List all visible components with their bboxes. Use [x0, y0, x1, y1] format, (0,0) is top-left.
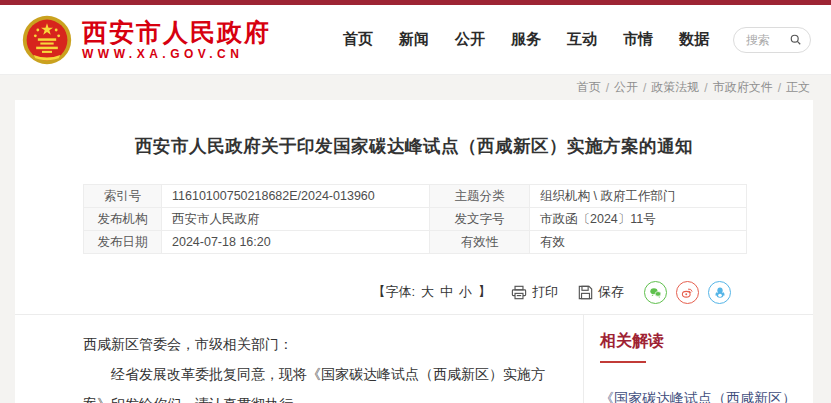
- body-paragraph: 经省发展改革委批复同意，现将《国家碳达峰试点（西咸新区）实施方案》印发给你们，请…: [83, 359, 561, 403]
- search-box[interactable]: [733, 27, 811, 53]
- print-label: 打印: [532, 283, 558, 301]
- printer-icon: [511, 285, 527, 300]
- document-meta-table: 索引号 11610100750218682E/2024-013960 主题分类 …: [83, 184, 747, 254]
- nav-item-interact[interactable]: 互动: [567, 30, 597, 49]
- share-buttons: [644, 281, 731, 304]
- meta-label-index-no: 索引号: [84, 185, 162, 208]
- nav-item-city[interactable]: 市情: [623, 30, 653, 49]
- nav-item-data[interactable]: 数据: [679, 30, 709, 49]
- breadcrumb-separator: /: [643, 81, 646, 95]
- breadcrumb-current: 正文: [786, 79, 810, 96]
- breadcrumb-home[interactable]: 首页: [577, 79, 601, 96]
- related-panel-underline: [600, 361, 646, 363]
- table-row: 发布日期 2024-07-18 16:20 有效性 有效: [84, 231, 747, 254]
- save-label: 保存: [598, 283, 624, 301]
- breadcrumb-separator: /: [606, 81, 609, 95]
- main-nav: 首页 新闻 公开 服务 互动 市情 数据: [343, 30, 709, 49]
- table-row: 索引号 11610100750218682E/2024-013960 主题分类 …: [84, 185, 747, 208]
- body-salutation: 西咸新区管委会，市级相关部门：: [83, 329, 561, 359]
- share-wechat-button[interactable]: [644, 281, 667, 304]
- site-name: 西安市人民政府: [82, 18, 271, 46]
- related-interpretation-panel: 相关解读 《国家碳达峰试点（西咸新区）实施方案》政策解读: [583, 315, 813, 403]
- font-size-widget: 【字体: 大 中 小 】: [372, 283, 491, 301]
- meta-label-issuer: 发布机构: [84, 208, 162, 231]
- font-size-medium[interactable]: 中: [440, 283, 453, 301]
- table-row: 发布机构 西安市人民政府 发文字号 市政函〔2024〕11号: [84, 208, 747, 231]
- save-button[interactable]: 保存: [578, 283, 624, 301]
- site-logo[interactable]: 西安市人民政府 WWW.XA.GOV.CN: [22, 15, 271, 65]
- meta-label-pub-date: 发布日期: [84, 231, 162, 254]
- breadcrumb: 首页 / 公开 / 政策法规 / 市政府文件 / 正文: [15, 75, 813, 100]
- font-size-small[interactable]: 小: [459, 283, 472, 301]
- nav-item-news[interactable]: 新闻: [399, 30, 429, 49]
- meta-value-doc-number: 市政函〔2024〕11号: [530, 208, 747, 231]
- share-qq-button[interactable]: [708, 281, 731, 304]
- related-panel-title: 相关解读: [600, 331, 803, 352]
- site-url: WWW.XA.GOV.CN: [82, 46, 271, 62]
- wechat-icon: [648, 285, 663, 300]
- font-size-large[interactable]: 大: [421, 283, 434, 301]
- page-title: 西安市人民政府关于印发国家碳达峰试点（西咸新区）实施方案的通知: [15, 134, 813, 158]
- weibo-icon: [680, 285, 695, 300]
- meta-value-issuer: 西安市人民政府: [162, 208, 430, 231]
- meta-value-index-no: 11610100750218682E/2024-013960: [162, 185, 430, 208]
- breadcrumb-separator: /: [704, 81, 707, 95]
- font-size-label-open: 【字体:: [372, 283, 415, 301]
- share-weibo-button[interactable]: [676, 281, 699, 304]
- nav-item-home[interactable]: 首页: [343, 30, 373, 49]
- meta-value-pub-date: 2024-07-18 16:20: [162, 231, 430, 254]
- site-header: 西安市人民政府 WWW.XA.GOV.CN 首页 新闻 公开 服务 互动 市情 …: [0, 5, 831, 75]
- breadcrumb-open[interactable]: 公开: [614, 79, 638, 96]
- save-icon: [578, 285, 593, 300]
- related-interpretation-link[interactable]: 《国家碳达峰试点（西咸新区）实施方案》政策解读: [600, 383, 803, 403]
- search-icon[interactable]: [790, 33, 801, 46]
- meta-value-validity: 有效: [530, 231, 747, 254]
- document-body: 西咸新区管委会，市级相关部门： 经省发展改革委批复同意，现将《国家碳达峰试点（西…: [15, 315, 583, 403]
- nav-item-open[interactable]: 公开: [455, 30, 485, 49]
- meta-label-doc-number: 发文字号: [430, 208, 530, 231]
- qq-icon: [713, 285, 727, 300]
- breadcrumb-documents[interactable]: 市政府文件: [713, 79, 773, 96]
- meta-label-validity: 有效性: [430, 231, 530, 254]
- breadcrumb-separator: /: [778, 81, 781, 95]
- national-emblem-icon: [22, 15, 72, 65]
- article-toolbar: 【字体: 大 中 小 】 打印 保存: [15, 280, 731, 304]
- article-container: 西安市人民政府关于印发国家碳达峰试点（西咸新区）实施方案的通知 索引号 1161…: [15, 100, 813, 403]
- breadcrumb-policies[interactable]: 政策法规: [651, 79, 699, 96]
- nav-item-services[interactable]: 服务: [511, 30, 541, 49]
- search-input[interactable]: [746, 33, 786, 47]
- meta-label-topic: 主题分类: [430, 185, 530, 208]
- font-size-label-close: 】: [478, 283, 491, 301]
- meta-value-topic: 组织机构 \ 政府工作部门: [530, 185, 747, 208]
- print-button[interactable]: 打印: [511, 283, 558, 301]
